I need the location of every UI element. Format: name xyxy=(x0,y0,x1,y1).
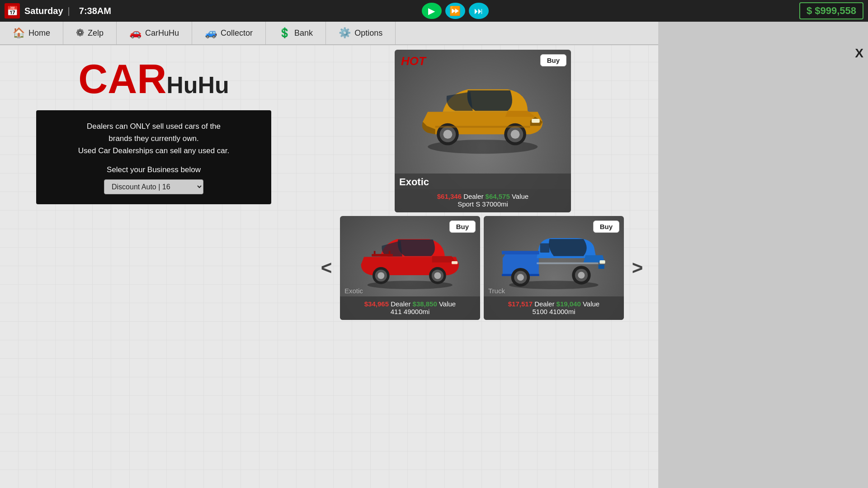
nav-zelp-label: Zelp xyxy=(88,28,104,38)
nav-bar: 🏠 Home ❁ Zelp 🚗 CarHuHu 🚙 Collector 💲 Ba… xyxy=(0,22,658,45)
red-car-details: 411 49000mi xyxy=(391,308,430,315)
info-line2: brands they currently own. xyxy=(49,132,259,145)
blue-truck-info: $17,517 Dealer $19,040 Value 5100 41000m… xyxy=(484,296,624,320)
playback-controls: ▶ ⏩ ⏭ xyxy=(422,3,489,19)
business-dropdown[interactable]: Discount Auto | 16 Premium Motors | 8 Ci… xyxy=(104,179,203,194)
car-grid: HOT Buy Exotic $61,346 Dealer $64,575 Va… xyxy=(316,50,649,320)
truck-value-price: $19,040 xyxy=(557,300,581,308)
nav-bank-label: Bank xyxy=(294,28,313,38)
bank-icon: 💲 xyxy=(278,27,291,39)
collector-icon: 🚙 xyxy=(205,27,217,39)
options-icon: ⚙️ xyxy=(339,27,351,39)
svg-rect-31 xyxy=(537,263,598,264)
svg-point-7 xyxy=(511,130,520,139)
svg-point-30 xyxy=(578,272,585,279)
svg-rect-22 xyxy=(599,265,604,269)
svg-point-15 xyxy=(377,272,384,279)
top-bar: 📅 Saturday | 7:38AM ▶ ⏩ ⏭ $ $999,558 xyxy=(0,0,868,22)
red-car-card: Buy Exotic $34,965 Dealer $38,850 Value … xyxy=(340,216,480,320)
svg-point-18 xyxy=(434,272,441,279)
play-button[interactable]: ▶ xyxy=(422,3,442,19)
svg-rect-1 xyxy=(532,118,540,122)
truck-dealer-price: $17,517 xyxy=(508,300,533,308)
truck-details: 5100 41000mi xyxy=(532,308,575,315)
nav-carhuhu-label: CarHuHu xyxy=(145,28,179,38)
blue-truck-card: Buy Truck $17,517 Dealer $19,040 Value 5… xyxy=(484,216,624,320)
logo-container: CARHuHu xyxy=(78,59,229,99)
featured-car-svg xyxy=(408,59,558,164)
previous-arrow[interactable]: < xyxy=(316,253,336,283)
close-button[interactable]: X xyxy=(855,46,863,61)
nav-bank[interactable]: 💲 Bank xyxy=(266,22,326,44)
featured-car-card: HOT Buy Exotic $61,346 Dealer $64,575 Va… xyxy=(395,50,571,212)
home-icon: 🏠 xyxy=(13,27,25,39)
featured-value-price: $64,575 xyxy=(486,192,510,200)
money-amount: $999,558 xyxy=(815,5,856,17)
blue-truck-type: Truck xyxy=(488,287,505,295)
featured-dealer-price: $61,346 xyxy=(437,192,462,200)
svg-rect-10 xyxy=(374,251,376,254)
red-value-price: $38,850 xyxy=(413,300,437,308)
red-dealer-price: $34,965 xyxy=(364,300,389,308)
featured-details: Sport S 37000mi xyxy=(458,200,508,208)
value-label: Value xyxy=(512,192,528,200)
bottom-row: < xyxy=(316,216,649,320)
svg-rect-20 xyxy=(540,244,550,253)
next-arrow[interactable]: > xyxy=(627,253,647,283)
red-car-buy-button[interactable]: Buy xyxy=(449,221,476,233)
info-line3: Used Car Dealerships can sell any used c… xyxy=(49,145,259,157)
day-display: Saturday xyxy=(24,6,63,16)
select-label: Select your Business below xyxy=(49,164,259,176)
info-box: Dealers can ONLY sell used cars of the b… xyxy=(36,110,271,204)
logo-huhu: HuHu xyxy=(166,72,229,98)
svg-rect-23 xyxy=(502,251,539,255)
svg-rect-21 xyxy=(600,260,605,264)
top-bar-left: 📅 Saturday | 7:38AM xyxy=(5,3,111,19)
left-panel: CARHuHu Dealers can ONLY sell used cars … xyxy=(0,45,307,488)
nav-options[interactable]: ⚙️ Options xyxy=(326,22,396,44)
top-row: HOT Buy Exotic $61,346 Dealer $64,575 Va… xyxy=(316,50,649,212)
svg-rect-11 xyxy=(389,251,391,254)
info-line1: Dealers can ONLY sell used cars of the xyxy=(49,120,259,132)
carhuhu-icon: 🚗 xyxy=(129,27,142,39)
logo-car: CAR xyxy=(78,56,166,102)
ultra-fast-forward-button[interactable]: ⏭ xyxy=(469,3,489,19)
nav-home-label: Home xyxy=(28,28,50,38)
main-content: CARHuHu Dealers can ONLY sell used cars … xyxy=(0,45,658,488)
featured-car-info: $61,346 Dealer $64,575 Value Sport S 370… xyxy=(395,189,571,212)
nav-home[interactable]: 🏠 Home xyxy=(0,22,63,44)
svg-point-27 xyxy=(517,274,524,281)
svg-rect-12 xyxy=(452,261,458,264)
time-display: 7:38AM xyxy=(79,6,111,16)
dealer-label: Dealer xyxy=(463,192,485,200)
blue-truck-buy-button[interactable]: Buy xyxy=(593,221,619,233)
red-car-type: Exotic xyxy=(344,287,363,295)
fast-forward-button[interactable]: ⏩ xyxy=(445,3,465,19)
dollar-icon: $ xyxy=(807,5,812,17)
top-bar-right: $ $999,558 xyxy=(799,2,863,19)
nav-options-label: Options xyxy=(354,28,382,38)
calendar-icon: 📅 xyxy=(5,3,20,19)
featured-car-image xyxy=(395,50,571,174)
hot-label: HOT xyxy=(401,54,426,68)
red-car-info: $34,965 Dealer $38,850 Value 411 49000mi xyxy=(340,296,480,320)
right-panel: HOT Buy Exotic $61,346 Dealer $64,575 Va… xyxy=(307,45,658,488)
nav-collector[interactable]: 🚙 Collector xyxy=(192,22,266,44)
money-display: $ $999,558 xyxy=(799,2,863,19)
featured-car-name: Exotic xyxy=(395,174,571,189)
nav-zelp[interactable]: ❁ Zelp xyxy=(63,22,117,44)
zelp-icon: ❁ xyxy=(76,27,84,39)
featured-buy-button[interactable]: Buy xyxy=(540,54,566,66)
nav-collector-label: Collector xyxy=(221,28,253,38)
svg-point-4 xyxy=(443,130,453,139)
nav-carhuhu[interactable]: 🚗 CarHuHu xyxy=(117,22,192,44)
svg-rect-9 xyxy=(372,254,393,257)
